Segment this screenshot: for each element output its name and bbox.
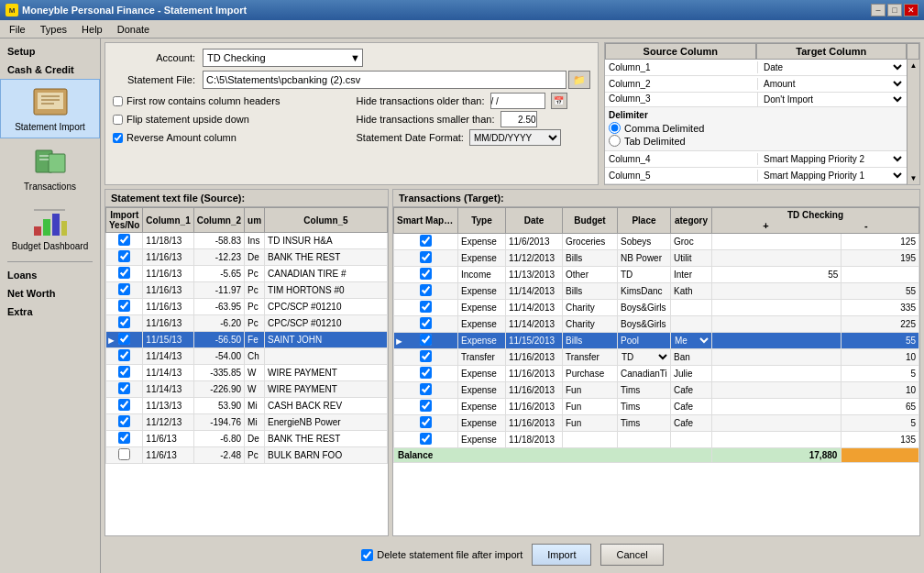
src-cell-check-2[interactable] <box>106 266 143 282</box>
col-tgt-2[interactable]: Amount <box>758 77 907 91</box>
statement-file-field[interactable]: C:\5\Statements\pcbanking (2).csv <box>203 71 566 89</box>
calendar-icon-button[interactable]: 📅 <box>551 93 567 109</box>
import-checkbox-9[interactable] <box>118 382 130 394</box>
target-row-0[interactable]: Expense 11/6/2013 Groceries Sobeys Groc … <box>394 234 919 250</box>
target-row-12[interactable]: Expense 11/18/2013 135 <box>394 432 919 448</box>
source-row-9[interactable]: 11/14/13 -226.90 W WIRE PAYMENT <box>106 381 388 398</box>
tgt-cell-sm-1[interactable] <box>394 250 458 267</box>
source-row-5[interactable]: 11/16/13 -6.20 Pc CPC/SCP #01210 <box>106 315 388 332</box>
sidebar-item-transactions[interactable]: Transactions <box>0 138 100 198</box>
source-row-0[interactable]: 11/18/13 -58.83 Ins TD INSUR H&A <box>106 233 388 249</box>
tgt-cell-sm-9[interactable] <box>394 382 458 399</box>
src-cell-check-3[interactable] <box>106 282 143 299</box>
sm-checkbox-12[interactable] <box>420 433 432 445</box>
source-row-11[interactable]: 11/12/13 -194.76 Mi EnergieNB Power <box>106 414 388 431</box>
tgt-cell-sm-5[interactable] <box>394 316 458 333</box>
sm-checkbox-8[interactable] <box>420 367 432 379</box>
import-checkbox-13[interactable] <box>118 448 130 460</box>
import-checkbox-12[interactable] <box>118 432 130 444</box>
sm-checkbox-4[interactable] <box>420 301 432 313</box>
import-checkbox-10[interactable] <box>118 399 130 411</box>
tgt-cell-cat-6[interactable]: MeCharityOtherPurchase <box>671 333 712 349</box>
src-cell-check-7[interactable] <box>106 348 143 365</box>
sm-checkbox-7[interactable] <box>420 350 432 362</box>
source-row-6[interactable]: ► 11/15/13 -56.50 Fe SAINT JOHN <box>106 332 388 348</box>
menu-help[interactable]: Help <box>76 23 108 36</box>
minimize-button[interactable]: – <box>871 4 886 17</box>
col-tgt-1[interactable]: Date <box>758 61 907 74</box>
import-checkbox-3[interactable] <box>118 283 130 295</box>
col-tgt-select-5[interactable]: Smart Mapping Priority 1 <box>760 170 905 182</box>
source-table-scroll[interactable]: ImportYes/No Column_1 Column_2 um Column… <box>105 207 388 535</box>
account-dropdown[interactable]: TD Checking ▼ <box>203 49 363 67</box>
import-checkbox-1[interactable] <box>118 250 130 262</box>
src-cell-check-5[interactable] <box>106 315 143 332</box>
target-row-8[interactable]: Expense 11/16/2013 Purchase CanadianTi J… <box>394 366 919 382</box>
target-row-3[interactable]: Expense 11/14/2013 Bills KimsDanc Kath 5… <box>394 283 919 300</box>
source-row-8[interactable]: 11/14/13 -335.85 W WIRE PAYMENT <box>106 365 388 381</box>
import-checkbox-2[interactable] <box>118 267 130 279</box>
src-cell-check-6[interactable]: ► <box>106 332 143 348</box>
hide-older-input[interactable] <box>490 93 545 109</box>
target-row-9[interactable]: Expense 11/16/2013 Fun Tims Cafe 10 <box>394 382 919 399</box>
sm-checkbox-5[interactable] <box>420 317 432 329</box>
scroll-up-arrow[interactable]: ▲ <box>910 61 918 70</box>
source-row-12[interactable]: 11/6/13 -6.80 De BANK THE REST <box>106 431 388 447</box>
date-format-select[interactable]: MM/DD/YYYY <box>469 129 561 146</box>
window-controls[interactable]: – □ ✕ <box>871 4 918 17</box>
source-row-10[interactable]: 11/13/13 53.90 Mi CASH BACK REV <box>106 398 388 414</box>
src-cell-check-1[interactable] <box>106 249 143 266</box>
tgt-cell-sm-4[interactable] <box>394 300 458 316</box>
tgt-cell-sm-3[interactable] <box>394 283 458 300</box>
sidebar-item-statement-import[interactable]: Statement Import <box>0 79 100 138</box>
import-button[interactable]: Import <box>532 544 591 566</box>
sm-checkbox-3[interactable] <box>420 284 432 296</box>
col-tgt-select-1[interactable]: Date <box>760 61 905 73</box>
sm-checkbox-11[interactable] <box>420 416 432 428</box>
sidebar-extra[interactable]: Extra <box>0 303 100 321</box>
maximize-button[interactable]: □ <box>887 4 902 17</box>
reverse-amount-checkbox[interactable] <box>113 133 123 143</box>
target-row-5[interactable]: Expense 11/14/2013 Charity Boys&Girls 22… <box>394 316 919 333</box>
target-row-2[interactable]: Income 11/13/2013 Other TD Inter 55 <box>394 267 919 283</box>
tgt-cell-place-7[interactable]: TD <box>618 349 671 366</box>
src-cell-check-10[interactable] <box>106 398 143 414</box>
tgt-cell-sm-2[interactable] <box>394 267 458 283</box>
flip-checkbox[interactable] <box>113 115 123 125</box>
tab-radio[interactable] <box>609 135 621 147</box>
sidebar-item-budget[interactable]: Budget Dashboard <box>0 198 100 258</box>
tgt-cell-sm-11[interactable] <box>394 415 458 432</box>
sm-checkbox-6[interactable] <box>420 334 432 346</box>
menu-types[interactable]: Types <box>35 23 72 36</box>
src-cell-check-11[interactable] <box>106 414 143 431</box>
src-cell-check-12[interactable] <box>106 431 143 447</box>
close-button[interactable]: ✕ <box>904 4 918 17</box>
tgt-cell-sm-7[interactable] <box>394 349 458 366</box>
target-row-6[interactable]: ► Expense 11/15/2013 Bills Pool MeCharit… <box>394 333 919 349</box>
src-cell-check-8[interactable] <box>106 365 143 381</box>
import-checkbox-0[interactable] <box>118 234 130 246</box>
import-checkbox-6[interactable] <box>118 333 130 345</box>
first-row-checkbox[interactable] <box>113 96 123 106</box>
src-cell-check-0[interactable] <box>106 233 143 249</box>
source-row-4[interactable]: 11/16/13 -63.95 Pc CPC/SCP #01210 <box>106 299 388 315</box>
col-tgt-select-4[interactable]: Smart Mapping Priority 2 <box>760 153 905 165</box>
import-checkbox-7[interactable] <box>118 349 130 361</box>
sm-checkbox-9[interactable] <box>420 383 432 395</box>
target-row-1[interactable]: Expense 11/12/2013 Bills NB Power Utilit… <box>394 250 919 267</box>
place-select-7[interactable]: TD <box>618 351 670 363</box>
cat-select-6[interactable]: MeCharityOtherPurchase <box>671 335 711 347</box>
source-row-3[interactable]: 11/16/13 -11.97 Pc TIM HORTONS #0 <box>106 282 388 299</box>
target-row-11[interactable]: Expense 11/16/2013 Fun Tims Cafe 5 <box>394 415 919 432</box>
target-row-10[interactable]: Expense 11/16/2013 Fun Tims Cafe 65 <box>394 399 919 415</box>
tgt-cell-sm-6[interactable]: ► <box>394 333 458 349</box>
import-checkbox-5[interactable] <box>118 316 130 328</box>
scroll-down-arrow[interactable]: ▼ <box>910 174 918 182</box>
delete-after-import-checkbox[interactable] <box>361 549 373 561</box>
col-map-scrollbar[interactable]: ▲ ▼ <box>907 60 919 184</box>
sidebar-loans[interactable]: Loans <box>0 266 100 284</box>
comma-radio[interactable] <box>609 122 621 134</box>
source-row-1[interactable]: 11/16/13 -12.23 De BANK THE REST <box>106 249 388 266</box>
sidebar-net-worth[interactable]: Net Worth <box>0 284 100 303</box>
src-cell-check-9[interactable] <box>106 381 143 398</box>
